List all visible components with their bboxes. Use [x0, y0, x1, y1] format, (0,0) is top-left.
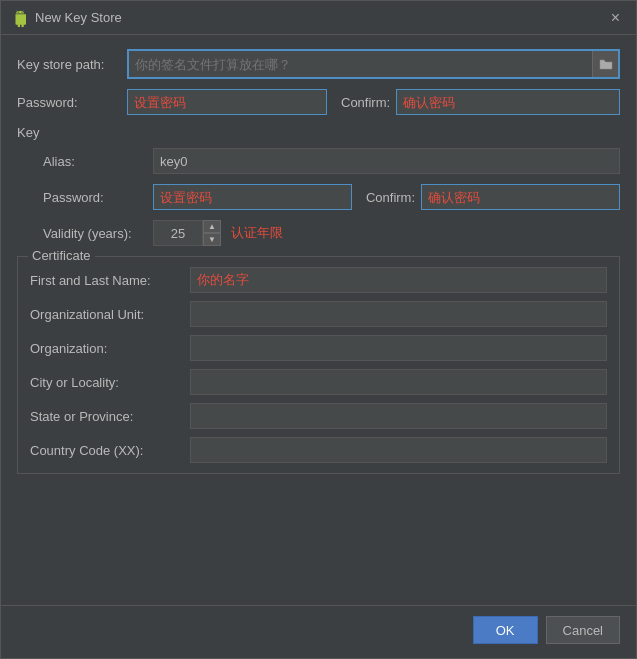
dialog-content: Key store path: Password: Confirm: Key: [1, 35, 636, 605]
keystore-path-label: Key store path:: [17, 57, 127, 72]
keystore-confirm-label: Confirm:: [341, 95, 390, 110]
titlebar-left: New Key Store: [11, 9, 122, 27]
alias-row: Alias:: [17, 148, 620, 174]
cert-label-3: City or Locality:: [30, 375, 190, 390]
new-key-store-dialog: New Key Store × Key store path: Password…: [0, 0, 637, 659]
cert-row-1: Organizational Unit:: [30, 301, 607, 327]
cert-row-2: Organization:: [30, 335, 607, 361]
spinner-down-button[interactable]: ▼: [203, 233, 221, 246]
validity-spinner: ▲ ▼: [153, 220, 221, 246]
alias-input[interactable]: [153, 148, 620, 174]
cert-label-4: State or Province:: [30, 409, 190, 424]
keystore-path-wrapper: [127, 49, 620, 79]
cert-input-3[interactable]: [190, 369, 607, 395]
key-confirm-label: Confirm:: [366, 190, 415, 205]
cert-row-5: Country Code (XX):: [30, 437, 607, 463]
certificate-legend: Certificate: [28, 248, 95, 263]
cert-label-1: Organizational Unit:: [30, 307, 190, 322]
keystore-confirm-input[interactable]: [396, 89, 620, 115]
keystore-password-row: Password: Confirm:: [17, 89, 620, 115]
certificate-group: Certificate First and Last Name: Organiz…: [17, 256, 620, 474]
spinner-up-button[interactable]: ▲: [203, 220, 221, 233]
cert-input-0[interactable]: [190, 267, 607, 293]
cert-label-2: Organization:: [30, 341, 190, 356]
cert-input-2[interactable]: [190, 335, 607, 361]
alias-label: Alias:: [43, 154, 153, 169]
validity-input[interactable]: [153, 220, 203, 246]
ok-button[interactable]: OK: [473, 616, 538, 644]
close-button[interactable]: ×: [605, 8, 626, 28]
cert-label-5: Country Code (XX):: [30, 443, 190, 458]
validity-label: Validity (years):: [43, 226, 153, 241]
cancel-button[interactable]: Cancel: [546, 616, 620, 644]
spinner-buttons: ▲ ▼: [203, 220, 221, 246]
cert-row-0: First and Last Name:: [30, 267, 607, 293]
key-section-header: Key: [17, 125, 620, 140]
cert-row-4: State or Province:: [30, 403, 607, 429]
key-password-input[interactable]: [153, 184, 352, 210]
key-confirm-input[interactable]: [421, 184, 620, 210]
keystore-path-row: Key store path:: [17, 49, 620, 79]
validity-row: Validity (years): ▲ ▼ 认证年限: [17, 220, 620, 246]
browse-button[interactable]: [592, 51, 618, 77]
titlebar: New Key Store ×: [1, 1, 636, 35]
cert-row-3: City or Locality:: [30, 369, 607, 395]
keystore-password-input[interactable]: [127, 89, 327, 115]
cert-input-5[interactable]: [190, 437, 607, 463]
folder-icon: [599, 58, 613, 70]
key-password-row: Password: Confirm:: [17, 184, 620, 210]
validity-hint: 认证年限: [231, 224, 283, 242]
dialog-footer: OK Cancel: [1, 605, 636, 658]
cert-label-0: First and Last Name:: [30, 273, 190, 288]
android-icon: [11, 9, 29, 27]
keystore-password-label: Password:: [17, 95, 127, 110]
cert-input-1[interactable]: [190, 301, 607, 327]
key-password-label: Password:: [43, 190, 153, 205]
cert-input-4[interactable]: [190, 403, 607, 429]
keystore-path-input[interactable]: [129, 54, 592, 75]
dialog-title: New Key Store: [35, 10, 122, 25]
